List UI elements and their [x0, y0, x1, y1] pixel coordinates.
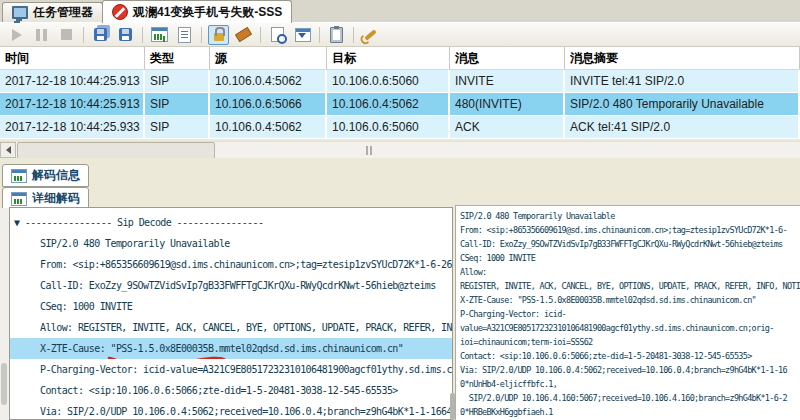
column-header[interactable]: 时间 [0, 47, 145, 70]
play-button[interactable] [6, 25, 27, 45]
scroll-left-button[interactable] [0, 142, 16, 158]
decode-summary-pane: ▼ ---------------- Sip Decode ----------… [9, 207, 453, 420]
decode-detail-line[interactable]: 0*HRBeBKxH6ggbfiaeh.1 [460, 405, 800, 419]
decode-line[interactable]: Via: SIP/2.0/UDP 10.106.0.4:5062;receive… [10, 401, 452, 420]
decode-detail-pane: SIP/2.0 480 Temporarily UnavailableFrom:… [455, 205, 800, 420]
decode-detail-line[interactable]: value=A321C9E80517232310106481900agcf01y… [460, 321, 800, 335]
column-header[interactable]: 源 [210, 47, 327, 70]
save-button[interactable] [115, 25, 136, 45]
decode-line[interactable]: Allow: REGISTER, INVITE, ACK, CANCEL, BY… [10, 317, 452, 338]
clipboard-icon [330, 27, 343, 43]
toolbar-separator [353, 27, 354, 43]
column-header[interactable]: 消息摘要 [565, 47, 800, 70]
save-all-button[interactable] [90, 25, 111, 45]
table-cell: ACK [450, 116, 565, 138]
decode-button[interactable] [208, 25, 229, 45]
table-cell: 480(INVITE) [450, 93, 565, 115]
stop-sign-icon [112, 4, 128, 20]
decode-info-icon [11, 169, 27, 183]
task-manager-icon [12, 6, 28, 19]
filter-button[interactable] [292, 25, 313, 45]
decode-line[interactable]: Contact: <sip:10.106.0.6:5066;zte-did=1-… [10, 380, 452, 401]
save-all-icon [94, 28, 107, 41]
toolbar-separator [260, 27, 261, 43]
stop-icon [61, 29, 72, 40]
decode-detail-line[interactable]: From: <sip:+865356609619@sd.ims.chinauni… [460, 223, 800, 237]
column-header[interactable]: 目标 [327, 47, 450, 70]
decode-line[interactable]: SIP/2.0 480 Temporarily Unavailable [10, 233, 452, 254]
decode-detail-line[interactable]: Via: SIP/2.0/UDP 10.106.0.4:5062;receive… [460, 363, 800, 377]
report-icon [178, 27, 191, 43]
window-tab-bar: 任务管理器 观澜41变换手机号失败-SSS [0, 0, 800, 23]
decode-line[interactable]: ▼ ---------------- Sip Decode ----------… [10, 212, 452, 233]
decode-line[interactable]: Call-ID: ExoZzy_9SOwTZVidSvIp7gB33FWFFTg… [10, 275, 452, 296]
tab-label: 观澜41变换手机号失败-SSS [133, 4, 282, 21]
horizontal-scrollbar[interactable] [0, 141, 800, 159]
decode-detail-line[interactable]: SIP/2.0/UDP 10.106.4.160:5067;received=1… [460, 391, 800, 405]
decode-detail-line[interactable]: SIP/2.0 480 Temporarily Unavailable [460, 209, 800, 223]
erase-button[interactable] [233, 25, 254, 45]
table-cell: ACK tel:41 SIP/2.0 [565, 116, 800, 138]
search-icon [271, 27, 284, 42]
stop-button[interactable] [56, 25, 77, 45]
detail-decode-icon [11, 192, 27, 206]
table-header-row: 时间类型源目标消息消息摘要 [0, 47, 800, 70]
pause-icon [36, 29, 47, 41]
table-cell: INVITE tel:41 SIP/2.0 [565, 70, 800, 92]
decode-line[interactable]: CSeq: 1000 INVITE [10, 296, 452, 317]
panel-tab-decode-info[interactable]: 解码信息 [2, 164, 89, 187]
table-cell: 10.106.0.4:5062 [327, 93, 450, 115]
table-cell: 10.106.0.6:5060 [327, 116, 450, 138]
toolbar-separator [142, 27, 143, 43]
table-cell: 2017-12-18 10:44:25.933 [0, 116, 145, 138]
tab-label: 任务管理器 [33, 4, 93, 21]
decode-detail-line[interactable]: ioi=chinaunicom;term-ioi=SSS62 [460, 335, 800, 349]
table-row[interactable]: 2017-12-18 10:44:25.933SIP10.106.0.4:506… [0, 116, 800, 138]
pane-splitter-thumb[interactable] [450, 393, 455, 420]
decode-area: 解码信息 详细解码 ▼ ---------------- Sip Decode … [0, 158, 800, 420]
table-cell: 10.106.0.6:5066 [210, 93, 327, 115]
column-header[interactable]: 类型 [145, 47, 210, 70]
scrollbar-thumb[interactable] [1, 363, 7, 405]
chart-icon [151, 27, 168, 42]
decode-detail-line[interactable]: Contact: <sip:10.106.0.6:5066;zte-did=1-… [460, 349, 800, 363]
decode-detail-line[interactable]: X-ZTE-Cause: "PSS-1.5.0x8E00035B.mmtel02… [460, 293, 800, 307]
decode-line[interactable]: P-Charging-Vector: icid-value=A321C9E805… [10, 359, 452, 380]
toolbar-separator [201, 27, 202, 43]
decode-detail-line[interactable]: Allow: [460, 265, 800, 279]
save-icon [119, 28, 132, 41]
decode-detail-line[interactable]: 0*nUnHb4-eljicffbfc.1, [460, 377, 800, 391]
splitter-grip[interactable] [366, 146, 376, 155]
table-cell: SIP/2.0 480 Temporarily Unavailable [565, 93, 800, 115]
table-cell: SIP [145, 116, 210, 138]
tab-capture-session[interactable]: 观澜41变换手机号失败-SSS [102, 0, 292, 23]
decode-detail-line[interactable]: Call-ID: ExoZzy_9SOwTZVidSvIp7gB33FWFFTg… [460, 237, 800, 251]
report-button[interactable] [174, 25, 195, 45]
lock-icon [214, 33, 224, 41]
scrollbar-thumb[interactable] [17, 142, 215, 159]
panel-tab-label: 解码信息 [32, 167, 80, 184]
search-button[interactable] [267, 25, 288, 45]
filter-icon [295, 28, 311, 42]
chart-button[interactable] [149, 25, 170, 45]
red-underlined-text: "PSS-1.5.0x8E00035B. [110, 338, 218, 359]
decode-detail-line[interactable]: CSeq: 1000 INVITE [460, 251, 800, 265]
toolbar-separator [83, 27, 84, 43]
column-header[interactable]: 消息 [450, 47, 565, 70]
decode-line[interactable]: X-ZTE-Cause: "PSS-1.5.0x8E00035B.mmtel02… [10, 338, 452, 359]
decode-detail-line[interactable]: P-Charging-Vector: icid- [460, 307, 800, 321]
table-cell: 2017-12-18 10:44:25.913 [0, 70, 145, 92]
tab-task-manager[interactable]: 任务管理器 [2, 2, 103, 22]
settings-button[interactable] [360, 25, 381, 45]
red-underline-mark [108, 354, 226, 359]
decode-detail-line[interactable]: REGISTER, INVITE, ACK, CANCEL, BYE, OPTI… [460, 279, 800, 293]
decode-line[interactable]: From: <sip:+865356609619@sd.ims.chinauni… [10, 254, 452, 275]
table-row[interactable]: 2017-12-18 10:44:25.913SIP10.106.0.6:506… [0, 93, 800, 115]
wrench-icon [364, 29, 377, 40]
clipboard-button[interactable] [326, 25, 347, 45]
pause-button[interactable] [31, 25, 52, 45]
table-body: 2017-12-18 10:44:25.913SIP10.106.0.4:506… [0, 70, 800, 138]
erase-icon [235, 27, 252, 43]
toolbar-separator [319, 27, 320, 43]
table-row[interactable]: 2017-12-18 10:44:25.913SIP10.106.0.4:506… [0, 70, 800, 92]
